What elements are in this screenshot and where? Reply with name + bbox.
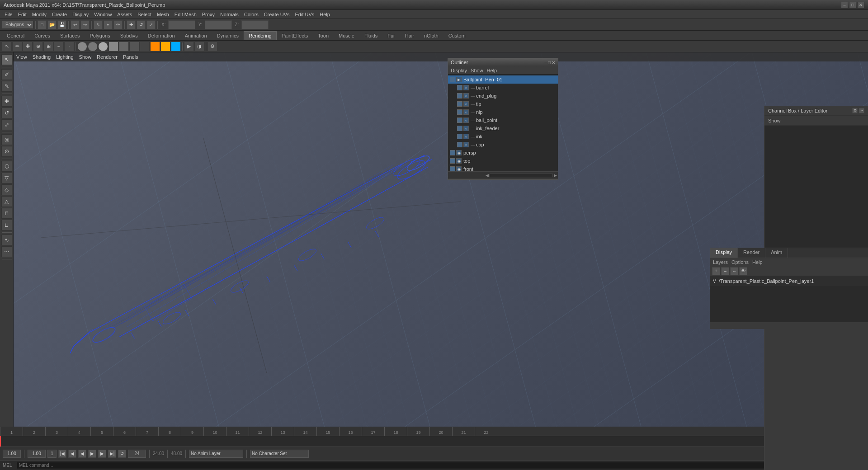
menu-file[interactable]: File: [2, 11, 15, 18]
outliner-scroll-right[interactable]: ▶: [554, 173, 557, 178]
menu-create-uvs[interactable]: Create UVs: [261, 11, 292, 18]
outliner-menu-show[interactable]: Show: [471, 68, 483, 73]
outliner-maximize-btn[interactable]: □: [548, 60, 551, 65]
outliner-item-barrel[interactable]: ○—barrel: [448, 84, 558, 92]
menu-assets[interactable]: Assets: [114, 11, 135, 18]
outliner-close-btn[interactable]: ✕: [552, 60, 555, 65]
curve-tool[interactable]: ✐: [1, 69, 12, 80]
xform-tool-btn[interactable]: ✚: [23, 42, 33, 52]
layer-del-btn[interactable]: –: [721, 267, 729, 275]
minimize-button[interactable]: –: [841, 2, 848, 8]
menu-edit-mesh[interactable]: Edit Mesh: [172, 11, 199, 18]
maximize-button[interactable]: □: [849, 2, 856, 8]
rotate-btn[interactable]: ↺: [137, 20, 146, 29]
ipr-btn[interactable]: ◑: [194, 42, 204, 52]
character-set-input[interactable]: [250, 450, 309, 458]
mel-input[interactable]: [17, 462, 800, 469]
current-frame-input[interactable]: [3, 450, 21, 458]
vp-menu-shading[interactable]: Shading: [33, 54, 51, 60]
poly-tool-5[interactable]: ⊓: [1, 208, 12, 219]
cat-tab-muscle[interactable]: Muscle: [334, 31, 359, 40]
cat-tab-toon[interactable]: Toon: [313, 31, 334, 40]
timeline-ruler[interactable]: 1 2 3 4 5 6 7 8 9 10 11 12 13 14 15 16 1…: [0, 427, 764, 436]
start-frame-input[interactable]: [28, 450, 46, 458]
step-fwd-btn[interactable]: ▶: [98, 450, 106, 458]
shaded-btn[interactable]: [119, 42, 129, 52]
wireframe-btn[interactable]: [108, 42, 118, 52]
cat-tab-dynamics[interactable]: Dynamics: [212, 31, 244, 40]
outliner-item-ball_point[interactable]: ○—ball_point: [448, 116, 558, 124]
poly-tool-3[interactable]: ◇: [1, 184, 12, 195]
cat-tab-hair[interactable]: Hair: [400, 31, 419, 40]
light-btn[interactable]: [140, 42, 150, 52]
new-scene-btn[interactable]: □: [38, 20, 47, 29]
save-btn[interactable]: 💾: [57, 20, 66, 29]
paint-tool-btn[interactable]: ✏: [12, 42, 22, 52]
layer-tab-anim[interactable]: Anim: [765, 248, 788, 258]
vp-menu-renderer[interactable]: Renderer: [97, 54, 118, 60]
close-button[interactable]: ✕: [857, 2, 864, 8]
menu-mesh[interactable]: Mesh: [154, 11, 172, 18]
vp-menu-show[interactable]: Show: [79, 54, 92, 60]
outliner-item-ink_feeder[interactable]: ○—ink_feeder: [448, 124, 558, 132]
outliner-item-front[interactable]: ◉front: [448, 165, 558, 171]
outliner-content[interactable]: ▶Ballpoint_Pen_01○—barrel○—end_plug○—tip…: [448, 75, 558, 171]
prev-frame-btn[interactable]: |◀: [58, 450, 66, 458]
cat-tab-polygons[interactable]: Polygons: [85, 31, 115, 40]
menu-colors[interactable]: Colors: [241, 11, 261, 18]
sphere-btn[interactable]: [77, 42, 87, 52]
play-back-btn[interactable]: ◀: [78, 450, 86, 458]
channel-box-icon-1[interactable]: ⚙: [852, 108, 858, 113]
layer-tab-render[interactable]: Render: [738, 248, 765, 258]
outliner-item-tip[interactable]: ○—tip: [448, 100, 558, 108]
poly-tool-2[interactable]: ▽: [1, 173, 12, 183]
polygon-mode-dropdown[interactable]: Polygons: [2, 21, 33, 29]
blue-btn[interactable]: [171, 42, 181, 52]
move-tool[interactable]: ✚: [1, 96, 12, 107]
layer-menu-options[interactable]: Options: [731, 259, 749, 265]
cat-tab-rendering[interactable]: Rendering: [244, 31, 277, 40]
tool1-btn[interactable]: ⚙: [208, 42, 217, 52]
select-tool[interactable]: ↖: [1, 54, 12, 65]
scale-btn[interactable]: ⤢: [146, 20, 156, 29]
outliner-scroll-left[interactable]: ◀: [486, 173, 489, 178]
lasso-btn[interactable]: ⌖: [104, 20, 113, 29]
timeline-playhead[interactable]: [0, 436, 1, 447]
menu-modify[interactable]: Modify: [29, 11, 49, 18]
poly-tool-4[interactable]: △: [1, 196, 12, 207]
menu-edit[interactable]: Edit: [15, 11, 29, 18]
loop-btn[interactable]: ↺: [118, 450, 126, 458]
outliner-item-persp[interactable]: ◉persp: [448, 149, 558, 157]
outliner-item-end_plug[interactable]: ○—end_plug: [448, 92, 558, 100]
next-frame-btn[interactable]: ▶|: [108, 450, 116, 458]
texture-btn[interactable]: [129, 42, 139, 52]
snap-grid-btn[interactable]: ⊞: [43, 42, 53, 52]
paint-select-btn[interactable]: ✏: [113, 20, 123, 29]
poly-tool-6[interactable]: ⊔: [1, 220, 12, 230]
show-manip-tool[interactable]: ⊙: [1, 146, 12, 157]
outliner-scrollbar[interactable]: [490, 174, 553, 177]
rotate-tool[interactable]: ↺: [1, 108, 12, 118]
smooth-btn[interactable]: [88, 42, 98, 52]
snap-point-btn[interactable]: ·: [64, 42, 74, 52]
cat-tab-surfaces[interactable]: Surfaces: [55, 31, 85, 40]
cat-tab-fluids[interactable]: Fluids: [359, 31, 382, 40]
timeline-track[interactable]: [0, 436, 764, 447]
cat-tab-animation[interactable]: Animation: [180, 31, 212, 40]
orange-btn[interactable]: [150, 42, 160, 52]
select-mode-btn[interactable]: ↖: [94, 20, 103, 29]
menu-edit-uvs[interactable]: Edit UVs: [292, 11, 317, 18]
open-btn[interactable]: 📂: [47, 20, 57, 29]
vp-menu-panels[interactable]: Panels: [123, 54, 138, 60]
menu-window[interactable]: Window: [91, 11, 114, 18]
paint-tool[interactable]: ✎: [1, 81, 12, 92]
menu-create[interactable]: Create: [49, 11, 70, 18]
move-btn[interactable]: ✚: [127, 20, 136, 29]
outliner-item-Ballpoint_Pen_01[interactable]: ▶Ballpoint_Pen_01: [448, 75, 558, 84]
anim-layer-input[interactable]: [189, 450, 243, 458]
scale-tool[interactable]: ⤢: [1, 119, 12, 130]
play-fwd-btn[interactable]: ▶: [88, 450, 96, 458]
menu-proxy[interactable]: Proxy: [199, 11, 217, 18]
step-back-btn[interactable]: ◀: [68, 450, 76, 458]
layer-menu-help[interactable]: Help: [752, 259, 763, 265]
